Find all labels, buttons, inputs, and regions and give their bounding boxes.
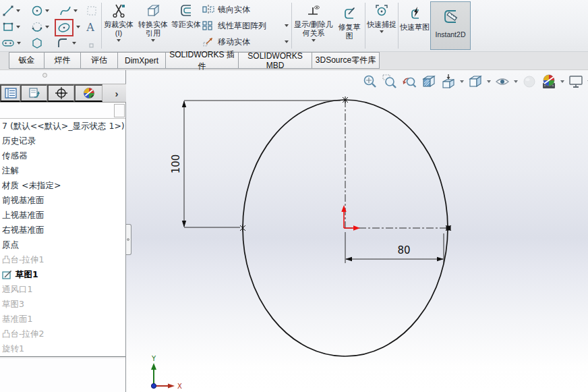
fillet-tool-button[interactable] bbox=[56, 36, 69, 50]
construction-geometry-button[interactable] bbox=[85, 4, 98, 18]
scissors-icon bbox=[111, 1, 127, 20]
tree-item-material[interactable]: 材质 <未指定> bbox=[0, 178, 125, 193]
zoom-to-area-button[interactable] bbox=[381, 73, 399, 90]
tab-solidworks-addins[interactable]: SOLIDWORKS 插件 bbox=[165, 52, 239, 69]
rectangle-tool-button[interactable] bbox=[1, 20, 15, 34]
tab-weldments[interactable]: 焊件 bbox=[44, 52, 81, 69]
toolbar-separator bbox=[365, 3, 365, 49]
apply-scene-dropdown-arrow-icon[interactable] bbox=[560, 80, 564, 83]
rapid-sketch-button[interactable]: 快速草图 bbox=[400, 1, 430, 51]
view-orientation-button[interactable] bbox=[440, 73, 457, 90]
panel-lower-pane bbox=[0, 359, 125, 392]
tab-configurationmanager[interactable] bbox=[47, 84, 74, 102]
section-view-button[interactable] bbox=[420, 73, 438, 90]
repair-sketch-button[interactable]: 修复草图 bbox=[335, 1, 363, 51]
tree-item-boss-extrude2[interactable]: 凸台-拉伸2 bbox=[0, 327, 125, 341]
dimension-vertical-100[interactable]: 100 bbox=[170, 101, 341, 227]
polygon-tool-button[interactable] bbox=[30, 36, 44, 50]
panel-pin-icon[interactable] bbox=[42, 73, 47, 78]
tab-evaluate[interactable]: 评估 bbox=[80, 52, 118, 69]
apply-scene-button[interactable] bbox=[540, 73, 558, 90]
dimension-horizontal-value[interactable]: 80 bbox=[397, 244, 410, 256]
relations-dropdown-arrow-icon[interactable] bbox=[312, 39, 316, 42]
point-icon bbox=[88, 43, 95, 49]
edit-appearance-button-disabled[interactable] bbox=[521, 73, 538, 90]
previous-view-icon bbox=[401, 74, 417, 90]
linear-pattern-dropdown-arrow-icon[interactable] bbox=[285, 24, 289, 27]
panel-header bbox=[0, 103, 125, 119]
toolbar-separator bbox=[291, 3, 292, 49]
circle-tool-button[interactable] bbox=[30, 4, 44, 18]
dimension-vertical-value[interactable]: 100 bbox=[170, 155, 182, 174]
fillet-dropdown-arrow-icon[interactable] bbox=[72, 42, 76, 45]
tree-item-vent1[interactable]: 通风口1 bbox=[0, 282, 125, 297]
view-orientation-dropdown-arrow-icon[interactable] bbox=[460, 80, 464, 83]
linear-pattern-button[interactable]: 线性草图阵列 bbox=[202, 18, 290, 34]
trim-entities-button[interactable]: 剪裁实体(I) bbox=[102, 1, 136, 51]
tree-item-right-plane[interactable]: 右视基准面 bbox=[0, 223, 125, 237]
tree-item-part-name[interactable]: 7 (默认<<默认>_显示状态 1>) bbox=[0, 119, 125, 134]
tab-3dsource[interactable]: 3DSource零件库 bbox=[312, 52, 380, 69]
instant2d-button-selected[interactable]: Instant2D bbox=[430, 1, 471, 50]
spline-tool-button[interactable] bbox=[59, 4, 72, 18]
circle-icon bbox=[31, 5, 43, 17]
trim-dropdown-arrow-icon[interactable] bbox=[117, 39, 121, 42]
tab-displaymanager[interactable] bbox=[74, 84, 102, 102]
dimension-horizontal-80[interactable]: 80 bbox=[345, 232, 444, 263]
tree-item-sensors[interactable]: 传感器 bbox=[0, 148, 125, 163]
tree-item-plane1[interactable]: 基准面1 bbox=[0, 312, 125, 327]
tree-item-history[interactable]: 历史记录 bbox=[0, 134, 125, 148]
zoom-to-fit-button[interactable] bbox=[361, 73, 379, 90]
display-style-button[interactable] bbox=[467, 73, 484, 90]
ribbon-tab-bar: 钣金 焊件 评估 DimXpert SOLIDWORKS 插件 SOLIDWOR… bbox=[0, 52, 588, 70]
tab-featuremanager-tree[interactable] bbox=[0, 84, 20, 102]
tree-item-origin[interactable]: 原点 bbox=[0, 237, 125, 252]
sketch-origin[interactable] bbox=[341, 205, 360, 231]
repair-sketch-label: 修复草图 bbox=[335, 23, 363, 40]
slot-tool-button[interactable] bbox=[1, 36, 15, 50]
line-dropdown-arrow-icon[interactable] bbox=[16, 9, 20, 12]
tab-dimxpert[interactable]: DimXpert bbox=[117, 52, 166, 69]
line-tool-button[interactable] bbox=[1, 4, 15, 18]
tab-sheet-metal[interactable]: 钣金 bbox=[9, 52, 45, 69]
linear-pattern-label: 线性草图阵列 bbox=[218, 20, 266, 32]
display-style-dropdown-arrow-icon[interactable] bbox=[487, 80, 491, 83]
triad-x-label: X bbox=[177, 383, 182, 390]
point-tool-button[interactable] bbox=[85, 39, 98, 53]
view-settings-button[interactable] bbox=[567, 73, 585, 90]
arc-tool-button[interactable] bbox=[30, 20, 44, 34]
quick-snaps-button[interactable]: 快速捕捉 bbox=[367, 1, 396, 51]
tree-item-sketch1[interactable]: 草图1 bbox=[0, 267, 125, 282]
tree-item-boss-extrude1[interactable]: 凸台-拉伸1 bbox=[0, 252, 125, 267]
panel-flyout-chevron[interactable]: › bbox=[111, 85, 123, 101]
dashed-rectangle-icon bbox=[86, 5, 98, 17]
graphics-area[interactable]: 100 80 bbox=[0, 70, 588, 392]
slot-dropdown-arrow-icon[interactable] bbox=[17, 42, 21, 45]
ellipse-tool-button-selected[interactable] bbox=[55, 19, 74, 36]
tree-item-sketch3[interactable]: 草图3 bbox=[0, 297, 125, 312]
tab-propertymanager[interactable] bbox=[20, 84, 47, 102]
tree-item-top-plane[interactable]: 上视基准面 bbox=[0, 208, 125, 223]
ellipse-dropdown-arrow-icon[interactable] bbox=[76, 26, 80, 28]
circle-dropdown-arrow-icon[interactable] bbox=[45, 9, 49, 12]
convert-dropdown-arrow-icon[interactable] bbox=[151, 39, 155, 42]
tab-solidworks-mbd[interactable]: SOLIDWORKS MBD bbox=[238, 52, 312, 69]
text-tool-button[interactable]: A bbox=[84, 20, 97, 34]
move-entities-button[interactable]: 移动实体 bbox=[202, 34, 290, 50]
rectangle-dropdown-arrow-icon[interactable] bbox=[16, 26, 20, 28]
convert-entities-button[interactable]: 转换实体引用 bbox=[136, 1, 170, 51]
offset-entities-button[interactable]: 等距实体 bbox=[171, 1, 202, 51]
quick-snaps-dropdown-arrow-icon[interactable] bbox=[380, 30, 384, 33]
move-dropdown-arrow-icon[interactable] bbox=[285, 40, 289, 43]
display-delete-relations-button[interactable]: 显示/删除几何关系 bbox=[293, 1, 334, 51]
hide-show-items-button[interactable] bbox=[494, 73, 511, 90]
tree-item-annotations[interactable]: 注解 bbox=[0, 163, 125, 178]
panel-scroll-button[interactable] bbox=[114, 104, 125, 117]
arc-dropdown-arrow-icon[interactable] bbox=[45, 26, 49, 28]
spline-dropdown-arrow-icon[interactable] bbox=[74, 9, 78, 12]
tree-item-revolve1[interactable]: 旋转1 bbox=[0, 341, 125, 356]
mirror-entities-button[interactable]: 镜向实体 bbox=[202, 1, 290, 18]
hide-show-dropdown-arrow-icon[interactable] bbox=[514, 80, 518, 83]
tree-item-front-plane[interactable]: 前视基准面 bbox=[0, 193, 125, 208]
previous-view-button[interactable] bbox=[401, 73, 418, 90]
